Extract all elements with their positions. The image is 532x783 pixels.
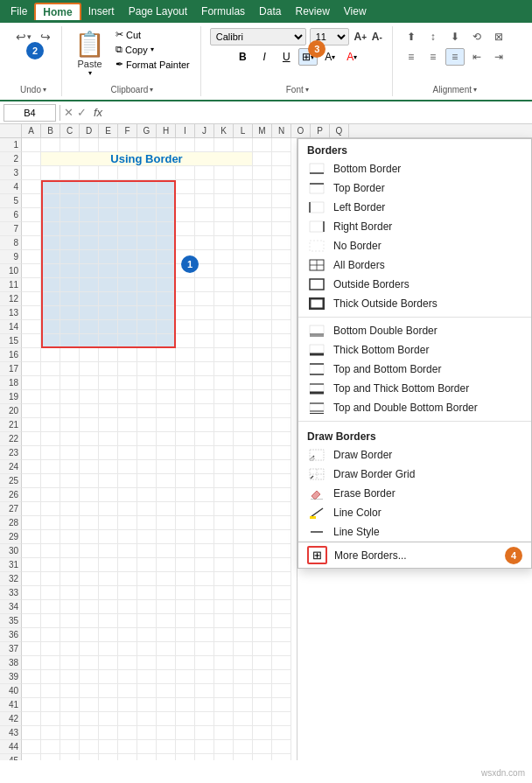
col-Q[interactable]: Q [330, 124, 349, 137]
table-row[interactable]: 30 [0, 544, 297, 558]
cell[interactable] [272, 264, 291, 278]
menu-data[interactable]: Data [252, 3, 288, 19]
outside-borders-item[interactable]: Outside Borders [298, 275, 531, 294]
cell[interactable] [41, 670, 60, 684]
cell[interactable] [99, 320, 118, 334]
col-B[interactable]: B [41, 124, 60, 137]
cell[interactable] [176, 390, 195, 404]
cell[interactable] [80, 418, 99, 432]
cell[interactable] [137, 614, 157, 628]
table-row[interactable]: 44 [0, 740, 297, 754]
cell[interactable] [60, 502, 80, 516]
cell[interactable] [60, 208, 80, 222]
cell[interactable] [22, 278, 41, 292]
cell[interactable] [22, 404, 41, 418]
cell[interactable] [99, 180, 118, 194]
cell[interactable] [99, 264, 118, 278]
cell[interactable] [253, 264, 272, 278]
cell[interactable] [80, 698, 99, 712]
cell[interactable] [118, 306, 137, 320]
col-J[interactable]: J [195, 124, 214, 137]
cell[interactable] [41, 180, 60, 194]
cell[interactable] [272, 586, 291, 600]
table-row[interactable]: 22 [0, 432, 297, 446]
cell[interactable] [195, 544, 214, 558]
cell[interactable] [157, 656, 176, 670]
cell[interactable] [195, 460, 214, 474]
cell[interactable] [272, 684, 291, 698]
cell[interactable] [176, 572, 195, 586]
cell[interactable] [60, 138, 80, 152]
cell[interactable] [22, 432, 41, 446]
cell[interactable] [41, 264, 60, 278]
cell[interactable] [214, 488, 234, 502]
more-borders-label[interactable]: More Borders... [334, 549, 498, 562]
cell[interactable] [118, 530, 137, 544]
cell[interactable] [22, 390, 41, 404]
cell[interactable] [80, 670, 99, 684]
cell[interactable] [176, 236, 195, 250]
cell[interactable] [272, 306, 291, 320]
top-border-item[interactable]: Top Border [298, 178, 531, 198]
col-D[interactable]: D [80, 124, 99, 137]
cell[interactable] [60, 180, 80, 194]
cell[interactable] [137, 740, 157, 754]
cell[interactable] [214, 628, 234, 642]
cell[interactable] [60, 222, 80, 236]
cell[interactable] [234, 376, 253, 390]
cell[interactable] [195, 194, 214, 208]
cell[interactable] [195, 712, 214, 726]
cell[interactable] [157, 348, 176, 362]
col-P[interactable]: P [311, 124, 330, 137]
cell[interactable] [234, 642, 253, 656]
cell[interactable] [41, 194, 60, 208]
table-row[interactable]: 7 [0, 222, 297, 236]
cell[interactable] [22, 292, 41, 306]
cell[interactable] [234, 656, 253, 670]
cell[interactable] [22, 152, 41, 166]
cell[interactable] [22, 180, 41, 194]
cell[interactable] [118, 376, 137, 390]
cell[interactable] [99, 726, 118, 740]
spreadsheet[interactable]: 12Using Border34567891011121314151617181… [0, 138, 298, 760]
cell[interactable] [60, 586, 80, 600]
cell[interactable] [157, 726, 176, 740]
cell[interactable] [195, 614, 214, 628]
cell[interactable] [195, 418, 214, 432]
cell[interactable] [60, 278, 80, 292]
cell[interactable] [118, 614, 137, 628]
cell[interactable] [137, 474, 157, 488]
cell[interactable] [99, 516, 118, 530]
cell[interactable] [214, 264, 234, 278]
cell[interactable] [41, 684, 60, 698]
cell[interactable] [272, 292, 291, 306]
cell[interactable] [137, 432, 157, 446]
cell[interactable] [118, 754, 137, 760]
cell[interactable] [22, 320, 41, 334]
cell[interactable] [80, 334, 99, 348]
cell[interactable] [176, 278, 195, 292]
cell[interactable] [253, 474, 272, 488]
cell[interactable] [195, 180, 214, 194]
col-N[interactable]: N [272, 124, 291, 137]
bold-button[interactable]: B [233, 48, 252, 66]
table-row[interactable]: 5 [0, 194, 297, 208]
cell[interactable] [195, 502, 214, 516]
cell[interactable] [80, 642, 99, 656]
cell[interactable] [60, 306, 80, 320]
cell[interactable] [176, 600, 195, 614]
cell[interactable] [99, 222, 118, 236]
cell[interactable] [272, 208, 291, 222]
table-row[interactable]: 3 [0, 166, 297, 180]
bottom-double-border-item[interactable]: Bottom Double Border [298, 321, 531, 340]
cell[interactable] [118, 572, 137, 586]
cell[interactable] [99, 166, 118, 180]
cell[interactable] [157, 628, 176, 642]
cell[interactable] [80, 404, 99, 418]
cell[interactable] [272, 698, 291, 712]
cell[interactable] [99, 488, 118, 502]
cell[interactable] [99, 404, 118, 418]
table-row[interactable]: 31 [0, 558, 297, 572]
cell[interactable] [234, 460, 253, 474]
cell[interactable] [80, 488, 99, 502]
